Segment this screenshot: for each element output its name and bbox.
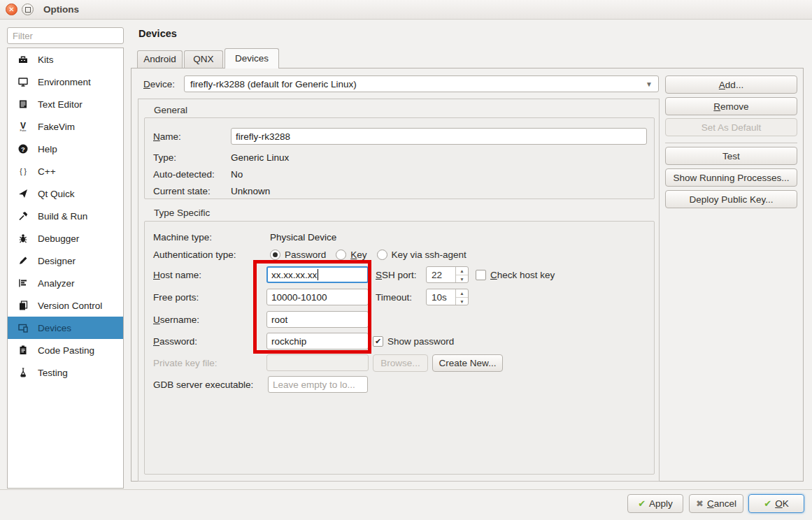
apply-button[interactable]: ✔ Apply — [627, 494, 683, 513]
current-state-label: Current state: — [153, 186, 231, 196]
tab-android[interactable]: Android — [137, 50, 183, 68]
close-icon[interactable]: ✕ — [6, 3, 17, 15]
bug-icon — [17, 233, 29, 245]
tab-qnx[interactable]: QNX — [184, 50, 223, 68]
monitor-icon — [17, 76, 29, 88]
sidebar-item-label: C++ — [38, 166, 56, 177]
sidebar-item-kits[interactable]: Kits — [8, 48, 123, 71]
browse-button[interactable]: Browse... — [373, 354, 428, 372]
devices-tab-panel: Device: firefly-rk3288 (default for Gene… — [131, 68, 804, 482]
sidebar-item-designer[interactable]: Designer — [8, 250, 123, 272]
sidebar-item-build-run[interactable]: Build & Run — [8, 205, 123, 227]
paper-plane-icon — [17, 188, 29, 200]
ssh-port-spinbox[interactable]: 22 ▲▼ — [426, 266, 469, 283]
cancel-button[interactable]: ✖ Cancel — [689, 494, 743, 513]
document-icon — [17, 99, 29, 110]
chevron-down-icon: ▼ — [646, 80, 653, 88]
hammer-icon — [17, 210, 29, 222]
set-as-default-button[interactable]: Set As Default — [665, 118, 797, 136]
radio-password-label: Password — [285, 250, 326, 260]
clipboard-icon — [17, 345, 29, 356]
filter-input[interactable] — [7, 27, 124, 44]
sidebar-item-code-pasting[interactable]: Code Pasting — [8, 339, 123, 361]
authentication-type-label: Authentication type: — [153, 250, 270, 260]
x-icon: ✖ — [696, 499, 704, 508]
create-new-button[interactable]: Create New... — [432, 354, 503, 372]
add-button[interactable]: Add... — [665, 75, 797, 94]
braces-icon: { } — [17, 166, 29, 178]
sidebar-item-qt-quick[interactable]: Qt Quick — [8, 182, 123, 205]
sidebar-item-fakevim[interactable]: VFake FakeVim — [8, 115, 123, 138]
ssh-port-value: 22 — [427, 270, 455, 280]
svg-text:?: ? — [21, 145, 25, 153]
svg-text:{ }: { } — [20, 168, 27, 175]
username-label: Username: — [153, 315, 266, 325]
show-running-processes-button[interactable]: Show Running Processes... — [665, 168, 797, 187]
name-input[interactable] — [231, 128, 647, 145]
help-icon: ? — [17, 143, 29, 155]
tab-devices[interactable]: Devices — [225, 48, 279, 68]
private-key-file-input[interactable] — [266, 354, 369, 371]
fakevim-icon: VFake — [17, 121, 29, 133]
deploy-public-key-button[interactable]: Deploy Public Key... — [665, 190, 797, 208]
gdb-server-executable-input[interactable] — [268, 376, 368, 393]
sidebar-item-label: Version Control — [38, 301, 102, 311]
apply-button-label: Apply — [649, 498, 673, 509]
device-combobox[interactable]: firefly-rk3288 (default for Generic Linu… — [184, 75, 659, 92]
check-host-key-checkbox[interactable]: Check host key — [476, 270, 555, 280]
check-icon: ✔ — [764, 499, 771, 508]
password-label: Password: — [153, 336, 266, 347]
sidebar-item-cpp[interactable]: { } C++ — [8, 160, 123, 182]
type-label: Type: — [153, 152, 231, 163]
timeout-spinbox[interactable]: 10s ▲▼ — [426, 289, 469, 305]
annotation-rectangle — [253, 260, 371, 354]
sidebar-item-version-control[interactable]: Version Control — [8, 294, 123, 317]
current-state-value: Unknown — [231, 186, 270, 196]
sidebar-item-devices[interactable]: Devices — [8, 317, 123, 339]
radio-icon — [336, 250, 346, 260]
sidebar-item-environment[interactable]: Environment — [8, 71, 123, 93]
sidebar-item-label: Analyzer — [38, 278, 75, 289]
name-label: Name: — [153, 131, 231, 142]
type-specific-group-title: Type Specific — [154, 208, 210, 218]
sidebar-item-text-editor[interactable]: Text Editor — [8, 93, 123, 115]
sidebar-item-label: Designer — [38, 256, 76, 266]
sidebar-item-label: Build & Run — [38, 211, 87, 222]
ok-button-label: OK — [775, 498, 789, 509]
gdb-server-executable-label: GDB server executable: — [153, 380, 268, 390]
maximize-icon[interactable] — [22, 3, 34, 15]
remove-button[interactable]: Remove — [665, 97, 797, 115]
general-group-title: General — [154, 105, 187, 115]
device-combobox-value: firefly-rk3288 (default for Generic Linu… — [190, 79, 646, 89]
sidebar-item-label: Text Editor — [38, 99, 83, 110]
checkbox-icon — [476, 270, 486, 280]
button-separator — [665, 143, 797, 143]
auto-detected-value: No — [231, 169, 243, 180]
radio-key-label: Key — [350, 250, 366, 260]
radio-key[interactable]: Key — [336, 250, 366, 260]
machine-type-label: Machine type: — [153, 232, 270, 243]
device-detail-frame: General Name: Type: Generic Linux Auto-d… — [138, 99, 660, 482]
test-button[interactable]: Test — [665, 147, 797, 165]
sidebar-item-testing[interactable]: Testing — [8, 361, 123, 384]
host-name-label: Host name: — [153, 270, 266, 280]
timeout-label: Timeout: — [376, 292, 419, 303]
sidebar-item-label: Qt Quick — [38, 189, 75, 199]
pencil-icon — [17, 255, 29, 267]
ok-button[interactable]: ✔ OK — [748, 494, 804, 513]
spinner-arrows-icon[interactable]: ▲▼ — [455, 289, 468, 305]
sidebar-item-help[interactable]: ? Help — [8, 138, 123, 160]
spinner-arrows-icon[interactable]: ▲▼ — [455, 267, 468, 282]
radio-icon — [377, 250, 387, 260]
show-password-checkbox[interactable]: ✔ Show password — [373, 336, 454, 347]
general-group: Name: Type: Generic Linux Auto-detected:… — [144, 117, 655, 199]
sidebar-item-analyzer[interactable]: Analyzer — [8, 272, 123, 294]
sidebar-item-debugger[interactable]: Debugger — [8, 227, 123, 250]
radio-key-ssh-agent[interactable]: Key via ssh-agent — [377, 250, 466, 260]
sidebar-item-label: Kits — [38, 55, 54, 65]
private-key-file-label: Private key file: — [153, 358, 266, 368]
sidebar-item-label: Testing — [38, 368, 68, 378]
radio-password[interactable]: Password — [270, 250, 326, 260]
type-specific-group: Machine type: Physical Device Authentica… — [144, 221, 655, 475]
auto-detected-label: Auto-detected: — [153, 169, 231, 180]
